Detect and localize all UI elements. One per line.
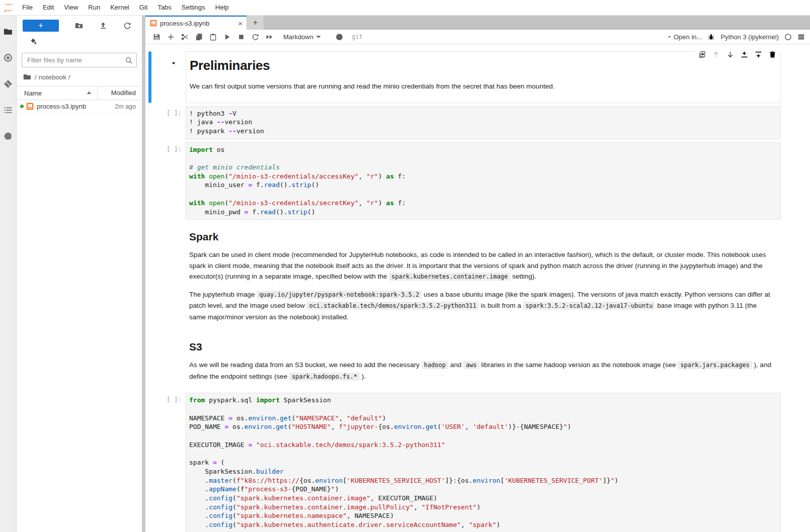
delete-cell-button[interactable] [769, 51, 776, 58]
menu-run[interactable]: Run [83, 0, 105, 15]
new-tab-button[interactable]: + [247, 16, 264, 30]
duplicate-cell-button[interactable] [698, 51, 706, 58]
insert-cell-below-button[interactable] [164, 31, 178, 43]
cell-prompt: [ ]: [153, 142, 186, 220]
menu-help[interactable]: Help [210, 0, 234, 15]
new-folder-button[interactable] [75, 22, 83, 30]
menu-items: FileEditViewRunKernelGitTabsSettingsHelp [17, 0, 234, 15]
file-list: process-s3.ipynb2m ago [17, 100, 142, 113]
panel-splitter[interactable] [142, 16, 145, 532]
markdown-paragraph: We can first output some versions that a… [190, 81, 773, 92]
sidebar-tab-git[interactable] [0, 71, 16, 97]
code-editor[interactable]: from pyspark.sql import SparkSession NAM… [186, 393, 781, 532]
menu-edit[interactable]: Edit [38, 0, 59, 15]
kernel-status-circle-icon[interactable] [784, 33, 792, 41]
markdown-paragraph: As we will be reading data from an S3 bu… [189, 360, 774, 382]
notebook-panel: process-s3.ipynb × + Markdown git [145, 16, 810, 532]
upload-files-button[interactable] [99, 22, 107, 30]
search-icon [125, 56, 133, 64]
jupyterlab-window: FileEditViewRunKernelGitTabsSettingsHelp… [0, 0, 810, 532]
run-cell-button[interactable] [220, 31, 234, 43]
sidebar-tab-extensions[interactable] [0, 123, 16, 149]
tab-process-s3[interactable]: process-s3.ipynb × [145, 16, 247, 30]
menu-git[interactable]: Git [134, 0, 153, 15]
markdown-cell[interactable]: S3As we will be reading data from an S3 … [148, 333, 781, 390]
inline-code: oci.stackable.tech/demos/spark:3.5.2-pyt… [306, 302, 478, 310]
cut-cells-button[interactable] [178, 31, 192, 43]
hamburger-menu-icon[interactable] [797, 33, 805, 41]
insert-cell-below-button[interactable] [755, 51, 762, 58]
file-list-header: Name Modified [17, 86, 142, 100]
debugger-bug-icon[interactable] [707, 33, 715, 41]
menu-view[interactable]: View [59, 0, 83, 15]
cell-selection-bar [148, 393, 151, 532]
save-notebook-button[interactable] [149, 31, 164, 43]
refresh-icon [123, 22, 131, 30]
execution-history-button[interactable] [333, 31, 347, 43]
cell-selection-bar [148, 223, 151, 330]
file-row[interactable]: process-s3.ipynb2m ago [17, 100, 142, 113]
git-icon [4, 79, 13, 88]
text-run: We can first output some versions that a… [190, 82, 554, 90]
sidebar-tab-file-browser[interactable] [0, 19, 16, 45]
restart-kernel-button[interactable] [248, 31, 262, 43]
breadcrumb[interactable]: / notebook / [17, 67, 142, 85]
toolbar-buttons [149, 31, 276, 43]
inline-code: spark:3.5.2-scala2.12-java17-ubuntu [523, 302, 656, 310]
sort-ascending-icon [85, 89, 93, 97]
plus-icon [167, 33, 175, 41]
cell-prompt: [ ]: [153, 393, 186, 532]
tab-title: process-s3.ipynb [160, 20, 209, 27]
markdown-rendered-content[interactable]: PreliminariesWe can first output some ve… [186, 51, 781, 103]
menu-bar: FileEditViewRunKernelGitTabsSettingsHelp [0, 0, 810, 16]
move-cell-up-button[interactable] [712, 51, 720, 58]
move-cell-down-button[interactable] [726, 51, 734, 58]
markdown-cell[interactable]: PreliminariesWe can first output some ve… [148, 51, 781, 103]
cell-selection-bar [148, 333, 151, 390]
paste-cells-button[interactable] [206, 31, 220, 43]
notebook-toolbar: Markdown git Open in... Python 3 (ipyker… [145, 30, 810, 44]
column-header-modified[interactable]: Modified [98, 86, 142, 100]
sidebar-tab-table-of-contents[interactable] [0, 97, 16, 123]
restart-and-run-all-button[interactable] [262, 31, 276, 43]
sidebar-tab-running-sessions[interactable] [0, 45, 16, 71]
menu-file[interactable]: File [17, 0, 38, 15]
new-launcher-button[interactable]: + [23, 20, 59, 32]
menu-tabs[interactable]: Tabs [152, 0, 176, 15]
copy-cells-button[interactable] [192, 31, 206, 43]
code-editor[interactable]: ! python3 -V! java --version! pyspark --… [186, 106, 781, 139]
menu-settings[interactable]: Settings [177, 0, 210, 15]
text-run: is built from a [479, 302, 523, 309]
refresh-file-list-button[interactable] [123, 22, 131, 30]
inline-code: quay.io/jupyter/pyspark-notebook:spark-3… [257, 291, 422, 299]
interrupt-kernel-button[interactable] [234, 31, 248, 43]
kernel-name[interactable]: Python 3 (ipykernel) [720, 33, 779, 41]
column-header-name[interactable]: Name [17, 86, 98, 100]
open-in-dropdown[interactable]: Open in... [667, 33, 702, 41]
text-run: libraries in the same hadoop version as … [479, 361, 678, 369]
text-run: and [448, 361, 463, 369]
close-tab-icon[interactable]: × [238, 20, 242, 27]
insert-cell-above-button[interactable] [741, 51, 748, 58]
markdown-cell[interactable]: SparkSpark can be used in client mode (r… [148, 223, 781, 330]
code-editor[interactable]: import os # get minio credentialswith op… [186, 142, 781, 220]
paste-icon [209, 33, 217, 41]
code-cell[interactable]: [ ]:import os # get minio credentialswit… [148, 142, 781, 220]
menu-kernel[interactable]: Kernel [105, 0, 134, 15]
folder-icon [4, 27, 13, 36]
cell-prompt: [ ]: [153, 106, 186, 139]
toc-icon [4, 106, 13, 115]
run-icon [223, 33, 231, 41]
cell-collapser[interactable] [171, 59, 177, 68]
clock-icon [336, 33, 343, 41]
filter-files-input[interactable] [22, 53, 137, 67]
code-cell[interactable]: [ ]:! python3 -V! java --version! pyspar… [148, 106, 781, 139]
markdown-rendered-content[interactable]: S3As we will be reading data from an S3 … [186, 333, 781, 390]
markdown-heading: Preliminaries [190, 58, 773, 73]
text-run: The jupyterhub image [189, 291, 257, 298]
notebook-icon [26, 103, 34, 110]
markdown-rendered-content[interactable]: SparkSpark can be used in client mode (r… [186, 223, 781, 330]
code-cell[interactable]: [ ]:from pyspark.sql import SparkSession… [148, 393, 781, 532]
git-clone-icon[interactable] [30, 38, 37, 45]
cell-type-dropdown[interactable]: Markdown [276, 33, 325, 41]
